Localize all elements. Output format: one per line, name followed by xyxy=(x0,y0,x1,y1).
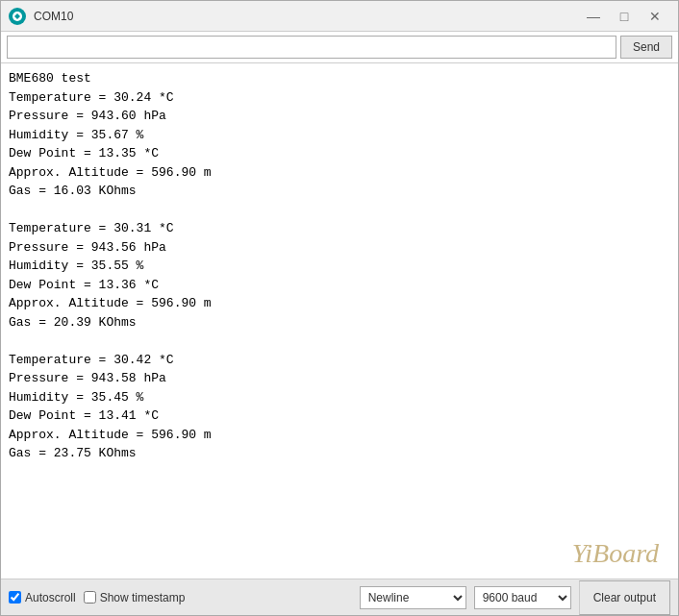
timestamp-label[interactable]: Show timestamp xyxy=(84,591,186,604)
output-line: Temperature = 30.31 *C xyxy=(9,219,670,238)
output-line: Pressure = 943.60 hPa xyxy=(9,107,670,126)
input-bar: Send xyxy=(1,32,678,63)
output-line: BME680 test xyxy=(9,69,670,88)
output-line: Approx. Altitude = 596.90 m xyxy=(9,163,670,183)
timestamp-checkbox[interactable] xyxy=(84,591,96,604)
output-line: Gas = 16.03 KOhms xyxy=(9,182,670,201)
autoscroll-text: Autoscroll xyxy=(25,591,76,604)
title-bar: COM10 — □ ✕ xyxy=(1,1,678,32)
autoscroll-checkbox[interactable] xyxy=(9,591,21,604)
output-line: Approx. Altitude = 596.90 m xyxy=(9,294,670,313)
newline-select[interactable]: Newline No line ending Carriage return B… xyxy=(360,586,466,609)
output-line: Dew Point = 13.41 *C xyxy=(9,407,670,426)
output-line: Temperature = 30.24 *C xyxy=(9,88,670,108)
output-line: Pressure = 943.58 hPa xyxy=(9,369,670,388)
window-controls: — □ ✕ xyxy=(578,3,670,30)
minimize-button[interactable]: — xyxy=(578,3,609,30)
serial-input[interactable] xyxy=(7,36,616,59)
autoscroll-label[interactable]: Autoscroll xyxy=(9,591,76,604)
output-line: Temperature = 30.42 *C xyxy=(9,351,670,370)
output-line: Gas = 23.75 KOhms xyxy=(9,444,670,463)
send-button[interactable]: Send xyxy=(620,36,672,59)
output-line: Dew Point = 13.35 *C xyxy=(9,144,670,163)
output-line: Humidity = 35.67 % xyxy=(9,126,670,145)
timestamp-text: Show timestamp xyxy=(100,591,186,604)
clear-output-button[interactable]: Clear output xyxy=(579,580,670,615)
output-container: BME680 testTemperature = 30.24 *CPressur… xyxy=(1,63,678,579)
output-line: Pressure = 943.56 hPa xyxy=(9,238,670,258)
output-line: Approx. Altitude = 596.90 m xyxy=(9,426,670,445)
output-line: Humidity = 35.45 % xyxy=(9,388,670,407)
maximize-button[interactable]: □ xyxy=(609,3,640,30)
serial-monitor-window: COM10 — □ ✕ Send BME680 testTemperature … xyxy=(0,0,679,616)
window-title: COM10 xyxy=(34,10,578,23)
app-icon xyxy=(9,8,26,25)
output-line: Dew Point = 13.36 *C xyxy=(9,276,670,295)
serial-output[interactable]: BME680 testTemperature = 30.24 *CPressur… xyxy=(1,63,678,579)
close-button[interactable]: ✕ xyxy=(640,3,670,30)
output-line: Humidity = 35.55 % xyxy=(9,257,670,276)
bottom-bar: Autoscroll Show timestamp Newline No lin… xyxy=(1,579,678,615)
output-line: Gas = 20.39 KOhms xyxy=(9,313,670,333)
baud-select[interactable]: 300 baud 1200 baud 2400 baud 4800 baud 9… xyxy=(474,586,571,609)
